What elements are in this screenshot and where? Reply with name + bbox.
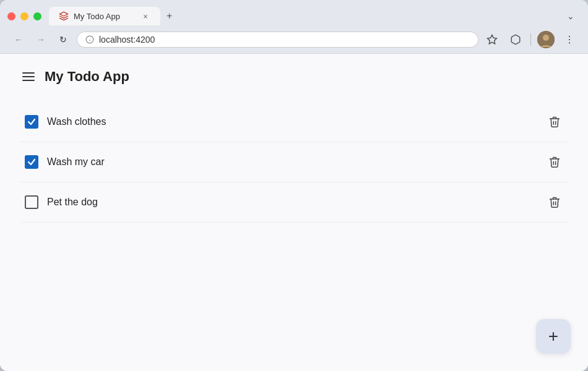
todo-text: Pet the dog bbox=[47, 197, 537, 208]
url-text: localhost:4200 bbox=[99, 35, 470, 45]
active-tab[interactable]: My Todo App × bbox=[49, 7, 160, 25]
page-title: My Todo App bbox=[45, 69, 129, 85]
todo-item: Wash my car bbox=[20, 142, 568, 182]
tab-row: My Todo App × + ⌄ bbox=[7, 6, 581, 26]
tab-dropdown-button[interactable]: ⌄ bbox=[561, 7, 581, 25]
forward-button[interactable]: → bbox=[32, 31, 50, 48]
svg-point-5 bbox=[543, 35, 549, 41]
tab-title: My Todo App bbox=[74, 12, 136, 21]
svg-marker-3 bbox=[488, 35, 497, 44]
add-todo-button[interactable]: + bbox=[536, 319, 571, 354]
delete-todo-button[interactable] bbox=[546, 113, 563, 130]
svg-point-6 bbox=[569, 36, 570, 37]
svg-point-8 bbox=[569, 42, 570, 43]
extensions-icon[interactable] bbox=[507, 31, 524, 48]
new-tab-button[interactable]: + bbox=[160, 6, 178, 26]
todo-item: Wash clothes bbox=[20, 102, 568, 142]
refresh-button[interactable]: ↻ bbox=[54, 31, 72, 48]
minimize-window-button[interactable] bbox=[20, 12, 28, 20]
todo-text: Wash my car bbox=[47, 156, 537, 168]
app-header: My Todo App bbox=[20, 69, 568, 85]
delete-todo-button[interactable] bbox=[546, 153, 563, 171]
hamburger-menu-button[interactable] bbox=[20, 70, 37, 83]
profile-avatar[interactable] bbox=[537, 31, 555, 48]
star-icon[interactable] bbox=[483, 31, 501, 48]
browser-window: My Todo App × + ⌄ ← → ↻ localhost:4200 bbox=[0, 0, 588, 371]
info-icon bbox=[85, 35, 94, 44]
todo-checkbox-unchecked[interactable] bbox=[25, 195, 38, 209]
svg-point-7 bbox=[569, 39, 570, 40]
back-button[interactable]: ← bbox=[10, 31, 27, 48]
menu-icon[interactable] bbox=[561, 31, 578, 48]
todo-list: Wash clothes Wash my car bbox=[20, 102, 568, 223]
tab-favicon bbox=[59, 11, 69, 21]
tab-close-button[interactable]: × bbox=[141, 11, 150, 21]
delete-todo-button[interactable] bbox=[546, 194, 563, 211]
todo-checkbox-checked[interactable] bbox=[25, 115, 38, 129]
page-content: My Todo App Wash clothes bbox=[0, 54, 588, 371]
todo-item: Pet the dog bbox=[20, 182, 568, 223]
maximize-window-button[interactable] bbox=[33, 12, 41, 20]
window-controls bbox=[7, 12, 41, 20]
todo-checkbox-checked[interactable] bbox=[25, 155, 38, 169]
browser-toolbar: ← → ↻ localhost:4200 bbox=[0, 26, 588, 54]
close-window-button[interactable] bbox=[7, 12, 15, 20]
toolbar-icons bbox=[483, 31, 578, 48]
toolbar-divider bbox=[530, 33, 531, 46]
title-bar: My Todo App × + ⌄ bbox=[0, 0, 588, 26]
todo-text: Wash clothes bbox=[47, 116, 537, 127]
address-bar[interactable]: localhost:4200 bbox=[77, 32, 478, 48]
